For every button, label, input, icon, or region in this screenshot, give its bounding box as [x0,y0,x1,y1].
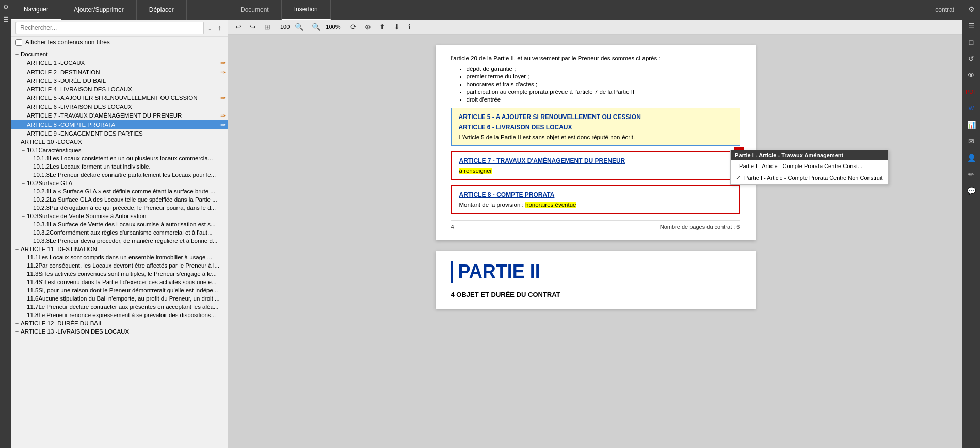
right-icon-user[interactable]: 👤 [964,151,978,165]
right-icon-chart[interactable]: 📊 [964,118,978,132]
tree-item-art4[interactable]: ARTICLE 4 -LIVRAISON DES LOCAUX [11,85,228,93]
tree-item-art8[interactable]: ARTICLE 8 -COMPTE PRORATA ⇒ [11,120,228,129]
zoom-out-btn[interactable]: 🔍 [292,22,307,32]
info-btn[interactable]: ℹ [405,22,414,32]
right-icon-chat[interactable]: 💬 [964,184,978,198]
cursor-btn[interactable]: ⊕ [362,22,374,32]
tree-item-art10-3-3[interactable]: 10.3.3Le Preneur devra procéder, de mani… [11,237,228,245]
toggle-art13[interactable]: − [13,328,21,335]
show-untitled-checkbox[interactable] [15,39,22,46]
settings-icon[interactable]: ⚙ [1,2,11,12]
bullet-5: droit d'entrée [467,96,740,103]
page-num: 4 [451,224,454,230]
doc-page-top: l'article 20 de la Partie II, et au vers… [436,45,756,240]
toggle-art10-2[interactable]: − [20,180,27,186]
sidebar-toolbar: ↓ ↑ [11,20,228,37]
toggle-art10-3[interactable]: − [20,213,27,219]
article7-box: ✕ ARTICLE 7 - TRAVAUX D'AMÉNAGEMENT DU P… [451,151,740,180]
tree-label-art12: ARTICLE 12 -DURÉE DU BAIL [21,320,226,326]
toggle-document[interactable]: − [13,51,21,57]
toggle-art11[interactable]: − [13,246,21,252]
tree-item-art11-8[interactable]: 11.8Le Preneur renonce expressément à se… [11,311,228,319]
tree-item-art11-3[interactable]: 11.3Si les activités convenues sont mult… [11,270,228,278]
tree-item-art10-3[interactable]: − 10.3Surface de Vente Soumise à Autoris… [11,212,228,220]
toggle-art12[interactable]: − [13,320,21,326]
tree-label-art10-2-3: 10.2.3Par dérogation à ce qui précède, l… [33,205,226,211]
zoom-in-btn[interactable]: 🔍 [309,22,324,32]
article8-prefix: Montant de la provision : [459,202,526,208]
article6-title: ARTICLE 6 - LIVRAISON DES LOCAUX [459,124,732,131]
rotate-btn[interactable]: ⟳ [347,22,360,32]
sort-up-btn[interactable]: ↑ [216,23,223,33]
tree-item-art7[interactable]: ARTICLE 7 -TRAVAUX D'AMÉNAGEMENT DU PREN… [11,111,228,120]
tab-document[interactable]: Document [228,0,282,20]
tree-item-art1[interactable]: ARTICLE 1 -LOCAUX ⇒ [11,58,228,68]
menu-icon[interactable]: ☰ [1,14,11,25]
nav-tab-deplacer[interactable]: Déplacer [137,0,187,20]
right-icon-pages[interactable]: □ [964,35,978,49]
nav-tab-ajouter[interactable]: Ajouter/Supprimer [61,0,137,20]
article8-box: ARTICLE 8 - COMPTE PRORATA Montant de la… [451,185,740,214]
tree-item-art11-6[interactable]: 11.6Aucune stipulation du Bail n'emporte… [11,294,228,303]
tree-item-art11-5[interactable]: 11.5Si, pour une raison dont le Preneur … [11,286,228,294]
tree-item-art12[interactable]: − ARTICLE 12 -DURÉE DU BAIL [11,319,228,327]
tree-item-art10-1[interactable]: − 10.1Caractéristiques [11,146,228,154]
tab-insertion[interactable]: Insertion [282,0,331,20]
toggle-art10-1[interactable]: − [20,147,27,153]
tree-item-art6[interactable]: ARTICLE 6 -LIVRAISON DES LOCAUX [11,103,228,111]
tree-item-art2[interactable]: ARTICLE 2 -DESTINATION ⇒ [11,68,228,77]
tree-item-art10-1-3[interactable]: 10.1.3Le Preneur déclare connaître parfa… [11,171,228,179]
upload-btn[interactable]: ⬆ [376,22,389,32]
sort-down-btn[interactable]: ↓ [206,23,214,33]
right-icon-word[interactable]: W [964,101,978,115]
right-icon-refresh[interactable]: ↺ [964,52,978,66]
tree-item-art13[interactable]: − ARTICLE 13 -LIVRAISON DES LOCAUX [11,327,228,336]
tree-label-art13: ARTICLE 13 -LIVRAISON DES LOCAUX [21,328,226,335]
tree-item-art11-1[interactable]: 11.1Les Locaux sont compris dans un ense… [11,253,228,261]
tree-item-art5[interactable]: ARTICLE 5 -A AJOUTER SI RENOUVELLEMENT O… [11,93,228,103]
right-icon-settings[interactable]: ⚙ [964,2,978,16]
article5-title: ARTICLE 5 - A AJOUTER SI RENOUVELLEMENT … [459,113,732,121]
tree-item-art10-1-2[interactable]: 10.1.2Les Locaux forment un tout indivis… [11,162,228,171]
tree-item-art10-2-3[interactable]: 10.2.3Par dérogation à ce qui précède, l… [11,204,228,212]
sidebar-nav-header: Naviguer Ajouter/Supprimer Déplacer [11,0,228,20]
tree-item-document[interactable]: − Document [11,50,228,58]
toggle-art10[interactable]: − [13,139,21,145]
tree-item-art10-1-1[interactable]: 10.1.1Les Locaux consistent en un ou plu… [11,154,228,162]
tree-item-art11-4[interactable]: 11.4S'il est convenu dans la Partie I d'… [11,278,228,286]
tree-item-art10-3-2[interactable]: 10.3.2Conformément aux règles d'urbanism… [11,228,228,237]
tooltip-item-2[interactable]: ✓ Partie I - Article - Compte Prorata Ce… [731,172,888,184]
tree-item-art3[interactable]: ARTICLE 3 -DURÉE DU BAIL [11,77,228,85]
bookmark-art7: ⇒ [220,112,226,119]
tree-item-art11[interactable]: − ARTICLE 11 -DESTINATION [11,245,228,253]
right-icon-eye[interactable]: 👁 [964,68,978,82]
article8-value: honoraires éventue [525,202,576,208]
pages-btn[interactable]: ⊞ [261,22,274,32]
right-icon-edit[interactable]: ✏ [964,167,978,181]
tree-item-art11-2[interactable]: 11.2Par conséquent, les Locaux devront ê… [11,261,228,270]
right-icon-pdf[interactable]: PDF [964,85,978,99]
tree-item-art11-7[interactable]: 11.7Le Preneur déclare contracter aux pr… [11,303,228,311]
tree-label-art1: ARTICLE 1 -LOCAUX [27,60,219,66]
tree-item-art10-2-1[interactable]: 10.2.1La « Surface GLA » est définie com… [11,187,228,195]
right-icons-panel: ⚙ ☰ □ ↺ 👁 PDF W 📊 ✉ 👤 ✏ 💬 [962,0,980,448]
tree-label-art10-1-2: 10.1.2Les Locaux forment un tout indivis… [33,163,226,170]
toolbar: ↩ ↪ ⊞ 100 🔍 🔍 100% ⟳ ⊕ ⬆ ⬇ ℹ [228,20,962,35]
article6-body: L'Article 5 de la Partie II est sans obj… [459,134,732,140]
sep2 [344,22,344,32]
download-btn[interactable]: ⬇ [391,22,403,32]
search-input[interactable] [15,22,204,34]
tree-item-art10-2-2[interactable]: 10.2.2La Surface GLA des Locaux telle qu… [11,195,228,204]
tree-item-art10[interactable]: − ARTICLE 10 -LOCAUX [11,138,228,146]
tree-item-art10-3-1[interactable]: 10.3.1La Surface de Vente des Locaux sou… [11,220,228,228]
bullet-list: dépôt de garantie ; premier terme du loy… [451,65,740,103]
right-icon-mail[interactable]: ✉ [964,134,978,148]
tooltip-item-1[interactable]: Partie I - Article - Compte Prorata Cent… [731,160,888,172]
nav-tab-naviguer[interactable]: Naviguer [11,0,61,20]
tree-item-art10-2[interactable]: − 10.2Surface GLA [11,179,228,187]
redo-btn[interactable]: ↪ [247,22,259,32]
tooltip-label-2: Partie I - Article - Compte Prorata Cent… [744,175,882,181]
undo-btn[interactable]: ↩ [232,22,245,32]
tree-item-art9[interactable]: ARTICLE 9 -ENGAGEMENT DES PARTIES [11,129,228,138]
right-icon-list[interactable]: ☰ [964,19,978,33]
